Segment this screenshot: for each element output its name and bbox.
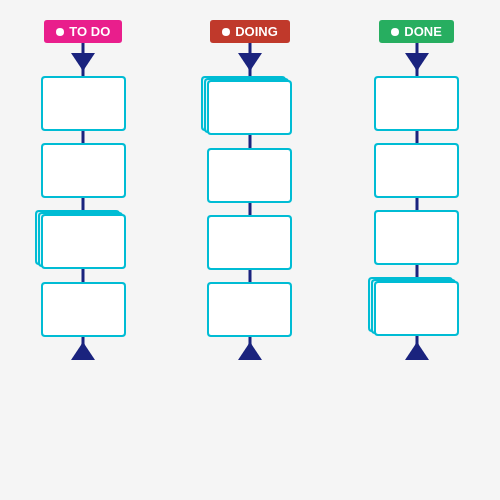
doing-label-text: DOING [235,24,278,39]
done-card-2 [374,143,459,198]
doing-card-2 [207,148,292,203]
todo-card-4 [41,282,126,337]
doing-triangle-bottom [238,342,262,360]
column-todo: TO DO [8,20,158,360]
todo-triangle-top [71,53,95,71]
done-label: DONE [379,20,454,43]
done-card-front [374,281,459,336]
doing-card-4 [207,282,292,337]
doing-label: DOING [210,20,290,43]
todo-card-2 [41,143,126,198]
todo-label-text: TO DO [69,24,110,39]
doing-card-front [207,80,292,135]
todo-triangle-bottom [71,342,95,360]
doing-cards [175,71,325,342]
done-cards [342,71,492,342]
todo-card-front [41,214,126,269]
done-label-text: DONE [404,24,442,39]
done-pin [391,28,399,36]
done-triangle-top [405,53,429,71]
todo-card-1 [41,76,126,131]
done-triangle-bottom [405,342,429,360]
doing-pin [222,28,230,36]
done-card-1 [374,76,459,131]
column-done: DONE [342,20,492,360]
todo-cards [8,71,158,342]
done-card-3 [374,210,459,265]
doing-card-3 [207,215,292,270]
todo-pin [56,28,64,36]
doing-card-stack-1 [207,76,292,136]
doing-triangle-top [238,53,262,71]
column-doing: DOING [175,20,325,360]
kanban-board: TO DO DOING [0,0,500,500]
todo-card-stack-3 [41,210,126,270]
done-card-stack-4 [374,277,459,337]
todo-label: TO DO [44,20,122,43]
